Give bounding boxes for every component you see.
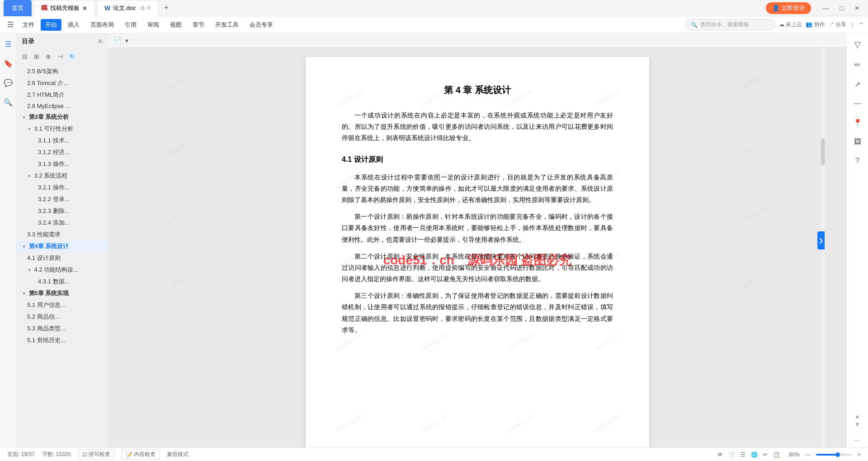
content-check-label: 内容检查 xyxy=(134,451,156,458)
right-icon-image[interactable]: 🖼 xyxy=(851,135,864,149)
toc-item-5-3[interactable]: 5.3 商品类型... xyxy=(16,323,108,334)
toc-item-ch5[interactable]: ▼ 第5章 系统实现 xyxy=(16,287,108,299)
tab-wps[interactable]: 稿 找稿壳模板 ✕ xyxy=(33,0,95,16)
toc-item-4-2[interactable]: ▼ 4.2 功能结构设... xyxy=(16,264,108,276)
menu-home[interactable]: 开始 xyxy=(41,19,61,31)
toc-indent[interactable]: ⊣ xyxy=(55,52,65,61)
toc-item-2-6[interactable]: 2.6 Tomcat 介... xyxy=(16,77,108,89)
scrollbar-thumb[interactable] xyxy=(821,138,825,165)
toc-sync-button[interactable]: ↻ xyxy=(67,52,77,61)
tab-doc-label: 论文.doc xyxy=(113,4,136,12)
login-label: 立即登录 xyxy=(781,4,805,12)
toc-item-3-2-2[interactable]: 3.2.2 登录... xyxy=(16,193,108,205)
add-tab-button[interactable]: + xyxy=(160,2,173,14)
toc-item-ch3[interactable]: ▼ 第3章 系统分析 xyxy=(16,111,108,123)
spell-check-button[interactable]: ☑ 拼写检查 xyxy=(78,449,114,460)
toc-icon[interactable]: ☰ xyxy=(3,38,13,50)
zoom-slider[interactable] xyxy=(816,454,852,456)
menu-hamburger[interactable]: ☰ xyxy=(5,20,16,29)
doc-dropdown[interactable]: ▾ xyxy=(125,37,128,44)
status-bar: 页面: 19/37 字数: 15320 ☑ 拼写检查 📝 内容检查 兼容模式 👁… xyxy=(0,447,868,461)
menu-insert[interactable]: 插入 xyxy=(63,19,84,31)
menu-view[interactable]: 视图 xyxy=(165,19,186,31)
search-bar[interactable]: 🔍 查找命令、搜索模板 xyxy=(685,19,775,30)
toc-item-3-2-3[interactable]: 3.2.3 删除... xyxy=(16,205,108,217)
toc-item-5-1[interactable]: 5.1 用户信息... xyxy=(16,299,108,311)
web-mode-button[interactable]: 🌐 xyxy=(751,452,758,458)
comment-icon[interactable]: 💬 xyxy=(2,77,14,89)
right-icon-location[interactable]: 📍 xyxy=(850,116,865,130)
menu-file[interactable]: 文件 xyxy=(18,19,39,31)
right-icon-link[interactable]: ↗ xyxy=(852,77,863,91)
toc-close-button[interactable]: ✕ xyxy=(97,37,103,46)
tab-doc-restore[interactable]: ⧉ xyxy=(141,5,145,11)
share-button[interactable]: ↗ 分享 xyxy=(829,21,846,28)
cloud-status[interactable]: ☁ 未上云 xyxy=(779,21,802,28)
search-sidebar-icon[interactable]: 🔍 xyxy=(2,96,14,108)
outline-mode-button[interactable]: ☰ xyxy=(741,452,745,458)
tab-wps-label: 找稿壳模板 xyxy=(50,4,80,12)
toc-expand-all[interactable]: ⊟ xyxy=(20,52,30,61)
toc-item-ch4[interactable]: ▼ 第4章 系统设计 xyxy=(16,240,108,252)
expand-panel-button[interactable]: ❯ xyxy=(817,231,825,249)
scroll-up-icon[interactable]: ▲ xyxy=(855,413,860,419)
doc-container[interactable]: code51.cn code51.cn code51.cn code51.cn … xyxy=(108,48,846,447)
menu-chapter[interactable]: 章节 xyxy=(188,19,209,31)
close-window-button[interactable]: ✕ xyxy=(850,4,864,13)
collaborate-button[interactable]: 👥 协作 xyxy=(806,21,825,28)
zoom-in-button[interactable]: + xyxy=(858,452,861,458)
toc-item-4-3-1[interactable]: 4.3.1 数据... xyxy=(16,276,108,287)
toc-item-3-1[interactable]: ▼ 3.1 可行性分析 xyxy=(16,123,108,135)
right-icon-filter[interactable]: ▽ xyxy=(852,37,863,52)
right-panel-more[interactable]: ··· xyxy=(855,437,860,444)
menu-devtools[interactable]: 开发工具 xyxy=(211,19,243,31)
zoom-handle[interactable] xyxy=(835,452,840,457)
menu-review[interactable]: 审阅 xyxy=(143,19,164,31)
scroll-down-icon[interactable]: ▼ xyxy=(855,421,860,428)
login-button[interactable]: 👤 立即登录 xyxy=(766,2,811,14)
toc-item-2-7[interactable]: 2.7 HTML简介 xyxy=(16,89,108,101)
doc-area: 📄 ▾ code51.cn code51.cn code51.cn code51… xyxy=(108,33,846,447)
toc-item-3-1-1[interactable]: 3.1.1 技术... xyxy=(16,135,108,146)
tab-doc[interactable]: W 论文.doc ⧉ ✕ xyxy=(97,0,159,16)
zoom-out-button[interactable]: — xyxy=(805,452,811,458)
toc-item-3-3[interactable]: 3.3 性能需求 xyxy=(16,229,108,240)
doc-page[interactable]: code51.cncode51.cncode51.cncode51.cn cod… xyxy=(306,57,649,447)
right-icon-minus[interactable]: — xyxy=(851,97,864,110)
menu-bar: ☰ 文件 开始 插入 页面布局 引用 审阅 视图 章节 开发工具 会员专享 🔍 … xyxy=(0,16,868,33)
bookmark-icon[interactable]: 🔖 xyxy=(2,57,14,70)
more-options[interactable]: ⋮ xyxy=(850,22,855,28)
right-icon-edit[interactable]: ✏ xyxy=(852,58,863,72)
page-mode-button[interactable]: 📋 xyxy=(773,452,780,458)
toc-item-5-1b[interactable]: 5.1 剪纸历史... xyxy=(16,334,108,346)
menu-reference[interactable]: 引用 xyxy=(120,19,141,31)
tab-wps-close[interactable]: ✕ xyxy=(82,5,87,12)
menu-member[interactable]: 会员专享 xyxy=(245,19,278,31)
toc-item-3-1-2[interactable]: 3.1.2 经济... xyxy=(16,146,108,158)
toc-collapse-all[interactable]: ⊞ xyxy=(32,52,42,61)
maximize-button[interactable]: □ xyxy=(835,4,848,13)
toc-item-4-1[interactable]: 4.1 设计原则 xyxy=(16,252,108,264)
read-mode-button[interactable]: 👁 xyxy=(717,452,723,458)
toc-item-2-8[interactable]: 2.8 MyEclipse ... xyxy=(16,101,108,111)
toc-add-heading[interactable]: ⊕ xyxy=(43,52,53,61)
toc-item-3-1-3[interactable]: 3.1.3 操作... xyxy=(16,158,108,170)
toc-item-5-2[interactable]: 5.2 商品信... xyxy=(16,311,108,323)
right-icon-help[interactable]: ? xyxy=(853,154,862,168)
tab-home[interactable]: 首页 xyxy=(4,0,32,16)
edit-mode-button[interactable]: ✏ xyxy=(763,452,768,458)
content-check-button[interactable]: 📝 内容检查 xyxy=(122,449,160,460)
tab-doc-close[interactable]: ✕ xyxy=(146,5,151,11)
toc-item-3-2[interactable]: ▼ 3.2 系统流程 xyxy=(16,170,108,182)
menu-page-layout[interactable]: 页面布局 xyxy=(86,19,118,31)
spell-check-label: 拼写检查 xyxy=(89,451,110,458)
section-41-para2: 第一个设计原则：易操作原则，针对本系统设计的功能要完备齐全，编码时，设计的各个接… xyxy=(342,211,613,245)
doc-icon-1[interactable]: 📄 xyxy=(114,37,122,44)
tab-doc-controls: ⧉ ✕ xyxy=(141,5,151,11)
minimize-button[interactable]: — xyxy=(818,4,834,13)
collapse-bar[interactable]: ⌃ xyxy=(859,22,863,28)
toc-item-3-2-1[interactable]: 3.2.1 操作... xyxy=(16,182,108,193)
print-mode-button[interactable]: 📄 xyxy=(728,452,735,458)
toc-item-2-5[interactable]: 2.5 B/S架构 xyxy=(16,66,108,77)
toc-item-3-2-4[interactable]: 3.2.4 添加... xyxy=(16,217,108,229)
